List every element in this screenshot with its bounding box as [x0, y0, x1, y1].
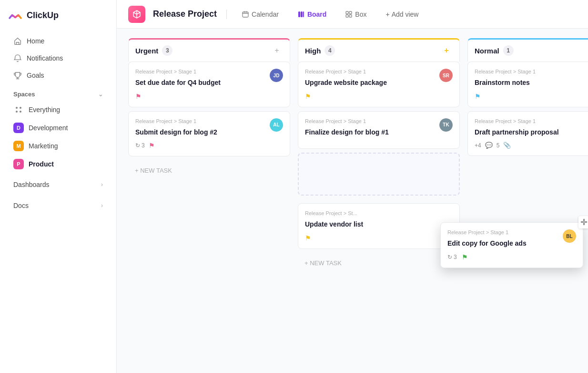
calendar-view-btn[interactable]: Calendar — [236, 8, 284, 21]
card-u2-footer: ↻ 3 ⚑ — [135, 142, 283, 149]
high-new-task-label: + NEW TASK — [304, 259, 342, 267]
card-u1-avatar: JD — [270, 69, 283, 82]
dragging-card-title: Edit copy for Google ads — [447, 239, 576, 249]
dashboards-label: Dashboards — [13, 181, 50, 188]
sidebar-item-marketing[interactable]: M Marketing — [4, 137, 112, 155]
attachment-icon: 📎 — [503, 142, 511, 149]
card-n2-footer: +4 💬 5 📎 — [475, 142, 588, 149]
svg-point-2 — [16, 111, 18, 113]
docs-section[interactable]: Docs › — [0, 196, 116, 215]
app-name: ClickUp — [27, 10, 59, 21]
svg-rect-7 — [303, 11, 304, 17]
svg-rect-9 — [349, 11, 352, 14]
dragging-card-stat: ↻ 3 — [447, 254, 457, 260]
flag-yellow-icon-2: ⚑ — [305, 234, 311, 242]
dashboards-section[interactable]: Dashboards › — [0, 175, 116, 194]
sidebar-item-product-label: Product — [29, 160, 54, 168]
normal-title: Normal — [475, 47, 499, 55]
board-area: Urgent 3 + Release Project > Stage 1 Set… — [117, 29, 588, 373]
flag-red-icon: ⚑ — [135, 93, 142, 100]
dragging-card[interactable]: ✛ Release Project > Stage 1 Edit copy fo… — [440, 222, 583, 268]
card-u2-avatar: AL — [270, 118, 283, 132]
repeat-icon: ↻ — [135, 142, 140, 149]
spaces-chevron-icon[interactable]: ⌄ — [98, 91, 103, 98]
card-h1[interactable]: Release Project > Stage 1 Upgrade websit… — [298, 62, 460, 107]
card-u2[interactable]: Release Project > Stage 1 Submit design … — [128, 111, 290, 157]
card-h2[interactable]: Release Project > Stage 1 Finalize desig… — [298, 111, 460, 149]
card-n2[interactable]: Release Project > Stage 1 Draft partners… — [467, 111, 588, 156]
high-count: 4 — [324, 45, 335, 56]
card-n1-title: Brainstorm notes — [475, 78, 588, 88]
svg-point-0 — [16, 107, 18, 109]
add-view-label: Add view — [392, 10, 419, 18]
nav-home[interactable]: Home — [4, 32, 112, 50]
flag-blue-icon: ⚑ — [475, 93, 481, 100]
column-header-urgent: Urgent 3 + — [128, 38, 290, 62]
sidebar-item-development-label: Development — [29, 124, 68, 132]
board-icon — [298, 11, 304, 18]
nav-goals-label: Goals — [27, 72, 44, 79]
high-body: Release Project > Stage 1 Upgrade websit… — [298, 62, 460, 363]
card-h2-avatar: TK — [439, 118, 453, 132]
dragging-card-meta: Release Project > Stage 1 — [447, 229, 576, 235]
column-urgent: Urgent 3 + Release Project > Stage 1 Set… — [128, 38, 290, 363]
nav-goals[interactable]: Goals — [4, 67, 112, 84]
urgent-title: Urgent — [135, 47, 158, 55]
sidebar-item-marketing-label: Marketing — [29, 142, 58, 150]
normal-title-area: Normal 1 — [475, 45, 514, 56]
sidebar-item-development[interactable]: D Development — [4, 119, 112, 137]
nav-notifications[interactable]: Notifications — [4, 50, 112, 67]
sidebar-item-everything[interactable]: Everything — [4, 101, 112, 119]
product-badge: P — [13, 159, 24, 169]
spaces-label: Spaces — [13, 91, 35, 98]
high-add-btn[interactable]: + — [440, 44, 453, 57]
development-badge: D — [13, 123, 24, 133]
card-h-partial-title: Update vendor list — [305, 220, 453, 229]
card-u1-meta: Release Project > Stage 1 — [135, 69, 283, 74]
card-n2-title: Draft partnership proposal — [475, 128, 588, 137]
card-h-partial[interactable]: Release Project > St... Update vendor li… — [298, 203, 460, 249]
card-u2-title: Submit design for blog #2 — [135, 128, 283, 137]
column-normal: Normal 1 + Release Project > Stage 1 Bra… — [467, 38, 588, 363]
dragging-card-footer: ↻ 3 ⚑ — [447, 253, 576, 261]
card-h1-title: Upgrade website package — [305, 78, 453, 88]
card-h1-meta: Release Project > Stage 1 — [305, 69, 453, 74]
column-high: High 4 + Release Project > Stage 1 Upgra… — [298, 38, 460, 363]
urgent-body: Release Project > Stage 1 Set due date f… — [128, 62, 290, 363]
project-icon — [128, 6, 145, 23]
board-view-btn[interactable]: Board — [292, 8, 332, 21]
card-n1-meta: Release Project > Stage 1 — [475, 69, 588, 74]
repeat-icon-3: ↻ — [447, 254, 452, 260]
urgent-title-area: Urgent 3 — [135, 45, 172, 56]
svg-rect-5 — [298, 11, 300, 17]
high-new-task-btn[interactable]: + NEW TASK — [298, 255, 460, 271]
docs-chevron-icon: › — [101, 202, 103, 209]
trophy-icon — [13, 71, 22, 80]
flag-red-icon-2: ⚑ — [149, 142, 155, 149]
card-n1-footer: ⚑ — [475, 93, 588, 100]
card-u1[interactable]: Release Project > Stage 1 Set due date f… — [128, 62, 290, 107]
card-n2-meta: Release Project > Stage 1 — [475, 118, 588, 124]
urgent-new-task-label: + NEW TASK — [135, 167, 172, 174]
card-u2-stat: ↻ 3 — [135, 142, 145, 149]
add-view-btn[interactable]: + Add view — [380, 8, 424, 21]
urgent-add-btn[interactable]: + — [271, 44, 283, 57]
urgent-new-task-btn[interactable]: + NEW TASK — [128, 162, 290, 179]
n2-extra-count: +4 — [475, 142, 481, 149]
main-content: Release Project Calendar Board — [117, 0, 588, 373]
svg-point-1 — [20, 107, 21, 109]
board-view-label: Board — [307, 10, 326, 18]
normal-count: 1 — [503, 45, 514, 56]
comment-icon: 💬 — [485, 142, 493, 149]
card-h2-meta: Release Project > Stage 1 — [305, 118, 453, 124]
dragging-card-container: ✛ Release Project > Stage 1 Edit copy fo… — [440, 222, 583, 268]
box-view-btn[interactable]: Box — [340, 8, 372, 21]
card-n1[interactable]: Release Project > Stage 1 Brainstorm not… — [467, 62, 588, 107]
svg-point-3 — [20, 111, 21, 113]
sidebar-item-product[interactable]: P Product — [4, 155, 112, 173]
svg-rect-8 — [346, 11, 348, 14]
logo-area: ClickUp — [0, 8, 116, 32]
card-h1-avatar: SR — [439, 69, 453, 82]
marketing-badge: M — [13, 141, 24, 151]
topbar: Release Project Calendar Board — [117, 0, 588, 29]
